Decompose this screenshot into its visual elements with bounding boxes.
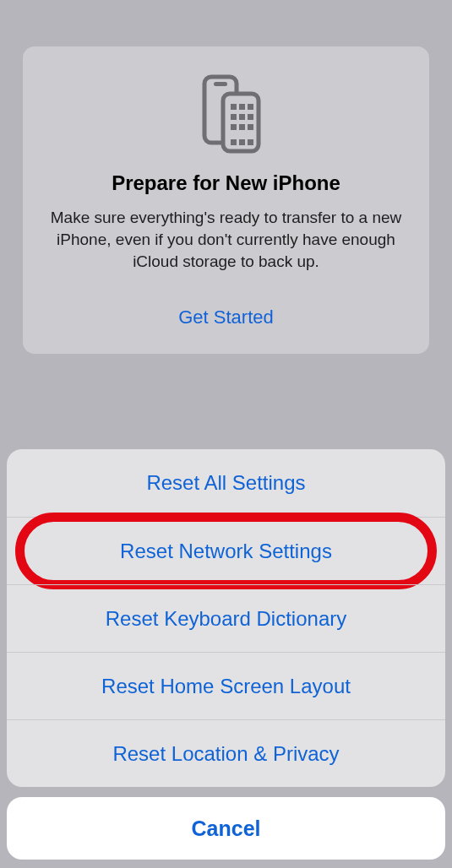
svg-rect-5 (248, 104, 253, 110)
svg-rect-1 (214, 82, 227, 86)
reset-location-privacy-button[interactable]: Reset Location & Privacy (7, 719, 445, 787)
svg-rect-8 (248, 114, 253, 120)
sheet-item-label: Reset Network Settings (120, 540, 332, 563)
promo-description: Make sure everything's ready to transfer… (41, 207, 411, 273)
svg-rect-11 (248, 124, 253, 130)
promo-title: Prepare for New iPhone (112, 171, 340, 195)
svg-rect-13 (239, 139, 245, 145)
sheet-item-label: Reset Home Screen Layout (101, 675, 351, 698)
sheet-item-label: Reset Location & Privacy (112, 742, 339, 766)
iphone-transfer-icon (184, 72, 269, 156)
reset-home-screen-layout-button[interactable]: Reset Home Screen Layout (7, 652, 445, 719)
svg-rect-10 (239, 124, 245, 130)
reset-network-settings-button[interactable]: Reset Network Settings (7, 517, 445, 584)
sheet-item-label: Reset All Settings (146, 471, 305, 495)
svg-rect-12 (231, 139, 237, 145)
sheet-item-label: Reset Keyboard Dictionary (106, 607, 346, 631)
svg-rect-6 (231, 114, 237, 120)
reset-action-sheet: Reset All Settings Reset Network Setting… (7, 449, 445, 860)
svg-rect-7 (239, 114, 245, 120)
cancel-label: Cancel (192, 816, 261, 841)
svg-rect-3 (231, 104, 237, 110)
reset-keyboard-dictionary-button[interactable]: Reset Keyboard Dictionary (7, 584, 445, 652)
svg-rect-4 (239, 104, 245, 110)
get-started-link[interactable]: Get Started (178, 307, 274, 328)
reset-options-group: Reset All Settings Reset Network Setting… (7, 449, 445, 787)
svg-rect-9 (231, 124, 237, 130)
svg-rect-14 (248, 139, 253, 145)
cancel-button[interactable]: Cancel (7, 797, 445, 860)
prepare-new-iphone-card: Prepare for New iPhone Make sure everyth… (23, 46, 429, 354)
reset-all-settings-button[interactable]: Reset All Settings (7, 449, 445, 517)
